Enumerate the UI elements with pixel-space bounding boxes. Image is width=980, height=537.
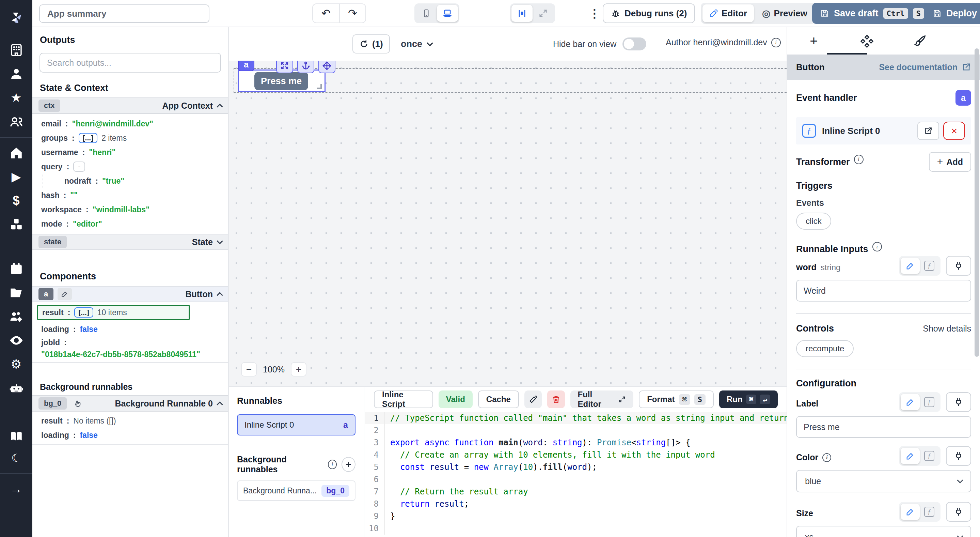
hide-bar-toggle[interactable] [622, 37, 646, 51]
state-section-header[interactable]: state State [32, 234, 228, 250]
edit-id-pencil-icon[interactable] [57, 288, 72, 300]
info-icon[interactable]: i [328, 460, 337, 469]
ctx-row[interactable]: hash:"" [32, 188, 228, 202]
variables-dollar-icon[interactable]: $ [0, 189, 32, 213]
docs-book-icon[interactable] [0, 425, 32, 448]
inline-script-row[interactable]: ƒ Inline Script 0 × [796, 117, 971, 145]
show-details-link[interactable]: Show details [923, 324, 971, 334]
insert-component-tab[interactable]: + [803, 31, 824, 51]
styling-brush-tab[interactable] [910, 31, 930, 51]
bg0-result-row[interactable]: result:No items ([]) [32, 414, 228, 428]
code-line[interactable]: 10 [365, 523, 787, 535]
connect-plug-button[interactable] [946, 502, 971, 522]
undo-button[interactable]: ↶ [313, 4, 339, 22]
schedules-calendar-icon[interactable] [0, 257, 32, 281]
jobid-value[interactable]: "018b1a4e-62c7-db5b-8578-852ab8049511" [32, 349, 228, 360]
remove-script-button[interactable]: × [943, 122, 965, 140]
code-line[interactable]: 2 [365, 424, 787, 437]
result-output-row-selected[interactable]: result: [...] 10 items [37, 305, 190, 320]
component-settings-tab[interactable] [857, 31, 877, 51]
resize-handle[interactable] [317, 84, 322, 89]
debug-runs-button[interactable]: Debug runs (2) [603, 3, 695, 23]
app-summary-input[interactable] [39, 5, 209, 23]
ctx-row[interactable]: workspace:"windmill-labs" [32, 202, 228, 217]
expand-array-badge[interactable]: [...] [79, 133, 98, 143]
redo-button[interactable]: ↷ [339, 4, 365, 22]
bg0-section-header[interactable]: bg_0 Background Runnable 0 [32, 395, 228, 412]
audit-eye-icon[interactable] [0, 328, 32, 352]
bg0-loading-row[interactable]: loading:false [32, 428, 228, 442]
groups-icon[interactable] [0, 110, 32, 134]
search-outputs-input[interactable] [40, 53, 221, 73]
schedule-dropdown[interactable]: once [401, 34, 432, 54]
see-documentation-link[interactable]: See documentation [879, 62, 971, 72]
eval-function-mode-icon[interactable]: ƒ [920, 258, 939, 274]
cache-button[interactable]: Cache [478, 390, 519, 408]
connect-plug-button[interactable] [946, 392, 971, 412]
static-pencil-mode-icon[interactable] [900, 448, 920, 464]
windmill-logo-icon[interactable] [0, 5, 32, 29]
info-icon[interactable]: i [872, 242, 882, 252]
scrollbar-thumb[interactable] [975, 48, 979, 357]
ctx-row[interactable]: groups:[...]2 items [32, 131, 228, 145]
runnable-item-selected[interactable]: Inline Script 0 a [237, 414, 355, 435]
canvas-grid[interactable]: Press me a [229, 61, 787, 386]
static-pencil-mode-icon[interactable] [900, 504, 920, 520]
selected-component-outline[interactable]: Press me a [238, 70, 326, 92]
code-line[interactable]: 9} [365, 510, 787, 523]
resources-cubes-icon[interactable] [0, 213, 32, 236]
info-icon[interactable]: i [822, 453, 831, 462]
ctx-row[interactable]: email:"henri@windmill.dev" [32, 116, 228, 131]
desktop-view-button[interactable] [437, 5, 458, 22]
eval-function-mode-icon[interactable]: ƒ [920, 448, 939, 464]
dark-mode-moon-icon[interactable]: ☾ [0, 448, 32, 467]
full-width-button[interactable] [533, 5, 554, 22]
workers-users-gear-icon[interactable] [0, 304, 32, 328]
folders-icon[interactable] [0, 281, 32, 304]
favorites-star-icon[interactable]: ★ [0, 86, 32, 110]
more-options-kebab-icon[interactable]: ⋮ [586, 5, 603, 22]
static-pencil-mode-icon[interactable] [900, 258, 920, 274]
workspace-icon[interactable] [0, 38, 32, 62]
code-line[interactable]: 3export async function main(word: string… [365, 437, 787, 449]
full-editor-button[interactable]: Full Editor [570, 390, 634, 408]
code-line[interactable]: 7 // Return the result array [365, 486, 787, 498]
editor-tab[interactable]: Editor [703, 5, 754, 22]
run-button[interactable]: Run ⌘ ↵ [719, 390, 778, 408]
add-transformer-button[interactable]: + Add [929, 152, 971, 172]
ctx-row[interactable]: username:"henri" [32, 145, 228, 159]
preview-tab[interactable]: ◎ Preview [755, 5, 814, 22]
deploy-button[interactable]: Deploy [924, 3, 980, 24]
code-line[interactable]: 4 // Create an array with 10 elements, f… [365, 449, 787, 461]
expand-sidebar-arrow-icon[interactable]: → [0, 477, 32, 501]
info-icon[interactable]: i [771, 38, 781, 47]
zoom-in-button[interactable]: + [291, 362, 307, 376]
refresh-runnables-button[interactable]: (1) [352, 34, 390, 54]
zoom-out-button[interactable]: − [241, 362, 257, 376]
code-line[interactable]: 1// TypeScript function called "main" th… [365, 412, 787, 424]
component-id-tag[interactable]: a [238, 61, 255, 71]
background-runnable-item[interactable]: Background Runna... bg_0 [237, 480, 355, 501]
collapse-chevron-icon[interactable] [216, 402, 223, 408]
collapse-chevron-icon[interactable] [216, 292, 223, 298]
ai-robot-icon[interactable] [0, 376, 32, 400]
ctx-row-nested[interactable]: nodraft:"true" [43, 174, 228, 188]
runs-play-icon[interactable]: ▶ [0, 165, 32, 189]
expand-array-badge[interactable]: [...] [74, 308, 93, 317]
format-button[interactable]: Format ⌘ S [639, 390, 714, 408]
static-pencil-mode-icon[interactable] [900, 394, 920, 410]
recompute-pill[interactable]: recompute [796, 340, 854, 357]
code-line[interactable]: 5 const result = new Array(10).fill(word… [365, 461, 787, 473]
home-icon[interactable] [0, 141, 32, 165]
anchor-handle-icon[interactable] [297, 61, 314, 73]
connect-plug-button[interactable] [946, 446, 971, 466]
add-background-runnable-button[interactable]: + [342, 457, 355, 472]
size-select[interactable]: xs [796, 526, 971, 537]
eval-function-mode-icon[interactable]: ƒ [920, 394, 939, 410]
user-icon[interactable] [0, 62, 32, 86]
click-event-pill[interactable]: click [796, 213, 831, 229]
expand-handle-icon[interactable] [276, 61, 293, 73]
info-icon[interactable]: i [854, 155, 864, 164]
ctx-section-header[interactable]: ctx App Context [32, 97, 228, 114]
ai-wand-button[interactable] [524, 390, 542, 408]
